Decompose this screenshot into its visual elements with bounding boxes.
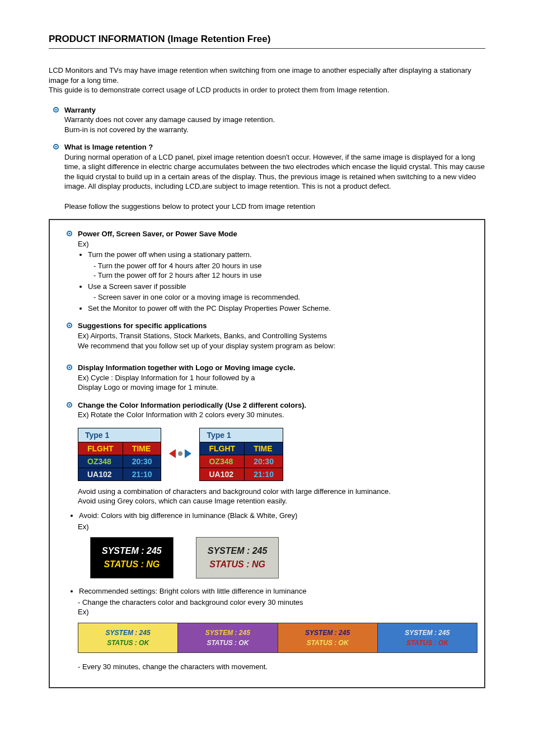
what-heading: What is Image retention ? [64, 143, 153, 151]
warranty-section: Warranty Warranty does not cover any dam… [49, 105, 485, 135]
table-cell: 20:30 [245, 455, 283, 468]
svg-point-3 [55, 146, 57, 148]
color-box-line-2: STATUS : OK [307, 639, 349, 647]
color-box-line-1: SYSTEM : 245 [205, 629, 250, 637]
power-sub-2a: - Screen saver in one color or a moving … [93, 292, 477, 302]
color-box-line-2: STATUS : OK [207, 639, 249, 647]
display-cycle-section: Display Information together with Logo o… [57, 363, 477, 393]
system-box-dark: SYSTEM : 245 STATUS : NG [90, 537, 174, 578]
recommended-ex: Ex) [78, 608, 89, 616]
color-box-line-1: SYSTEM : 245 [405, 629, 449, 637]
svg-point-9 [68, 367, 70, 368]
recommended-line-1: - Change the characters color and backgr… [78, 598, 303, 606]
color-box-3: SYSTEM : 245STATUS : OK [278, 623, 378, 652]
system-example-row: SYSTEM : 245 STATUS : NG SYSTEM : 245 ST… [90, 537, 477, 578]
suggestions-line-1: Ex) Airports, Transit Stations, Stock Ma… [78, 332, 327, 340]
power-heading: Power Off, Screen Saver, or Power Save M… [78, 230, 237, 238]
display-cycle-line-1: Ex) Cycle : Display Information for 1 ho… [78, 374, 255, 382]
svg-marker-12 [169, 449, 176, 458]
table-header: TIME [123, 442, 161, 455]
svg-point-5 [68, 233, 70, 235]
power-bullet-3: Set the Monitor to power off with the PC… [88, 304, 477, 314]
system-line-1: SYSTEM : 245 [208, 546, 268, 556]
example-table-a: Type 1 FLGHTTIME OZ34820:30 UA10221:10 [78, 428, 161, 481]
svg-point-1 [55, 109, 57, 110]
what-section: What is Image retention ? During normal … [49, 142, 485, 211]
change-color-section: Change the Color Information periodicall… [57, 400, 477, 420]
system-line-2: STATUS : NG [209, 559, 265, 569]
color-box-line-2: STATUS : OK [107, 639, 149, 647]
color-box-1: SYSTEM : 245STATUS : OK [78, 623, 178, 652]
table-cell: UA102 [200, 468, 245, 480]
svg-marker-14 [185, 449, 191, 458]
power-ex: Ex) [78, 240, 89, 248]
power-sub-1b: - Turn the power off for 2 hours after 1… [93, 270, 477, 281]
warranty-line-2: Burn-in is not covered by the warranty. [64, 125, 189, 134]
example-table-b: Type 1 FLGHTTIME OZ34820:30 UA10221:10 [199, 428, 283, 481]
warranty-line-1: Warranty does not cover any damage cause… [64, 115, 275, 124]
page-title: PRODUCT INFORMATION (Image Retention Fre… [49, 34, 485, 45]
svg-point-13 [178, 451, 182, 456]
intro-block: LCD Monitors and TVs may have image rete… [49, 66, 485, 95]
display-cycle-line-2: Display Logo or moving image for 1 minut… [78, 383, 218, 391]
change-color-heading: Change the Color Information periodicall… [78, 401, 306, 409]
bullet-icon [67, 323, 72, 328]
system-line-1: SYSTEM : 245 [102, 546, 162, 556]
power-bullet-2: Use a Screen saver if possible [88, 282, 477, 292]
svg-point-11 [68, 404, 70, 405]
divider [49, 48, 485, 49]
color-box-line-1: SYSTEM : 245 [106, 629, 151, 637]
intro-line-2: This guide is to demonstrate correct usa… [49, 86, 389, 94]
system-box-grey: SYSTEM : 245 STATUS : NG [196, 537, 279, 578]
suggestions-section: Suggestions for specific applications Ex… [57, 321, 477, 351]
system-line-2: STATUS : NG [104, 559, 160, 569]
bullet-icon [67, 402, 72, 408]
color-example-row: SYSTEM : 245STATUS : OK SYSTEM : 245STAT… [78, 623, 477, 653]
avoid-bullet: Avoid: Colors with big difference in lum… [79, 511, 477, 521]
framed-box: Power Off, Screen Saver, or Power Save M… [49, 219, 485, 688]
table-cell: 20:30 [123, 455, 161, 468]
bullet-icon [53, 107, 59, 113]
recommended-bullet: Recommended settings: Bright colors with… [79, 586, 477, 596]
bullet-icon [53, 144, 59, 150]
color-box-4: SYSTEM : 245STATUS : OK [378, 623, 477, 652]
table-header: FLGHT [200, 442, 245, 455]
avoid-ex: Ex) [78, 522, 89, 531]
table-header: FLGHT [78, 442, 123, 455]
example-tables: Type 1 FLGHTTIME OZ34820:30 UA10221:10 T… [78, 428, 477, 481]
color-box-line-1: SYSTEM : 245 [305, 629, 350, 637]
table-cell: UA102 [78, 468, 123, 480]
table-cell: OZ348 [200, 455, 245, 468]
intro-line-1: LCD Monitors and TVs may have image rete… [49, 66, 471, 85]
power-bullet-1: Turn the power off when using a stationa… [88, 250, 477, 260]
change-color-line-1: Ex) Rotate the Color Information with 2 … [78, 410, 284, 419]
what-paragraph: During normal operation of a LCD panel, … [64, 153, 485, 191]
what-follow: Please follow the suggestions below to p… [64, 202, 315, 211]
color-box-line-2: STATUS : OK [406, 639, 448, 647]
avoid-line-1: Avoid using a combination of characters … [78, 487, 391, 496]
svg-point-7 [68, 325, 70, 326]
suggestions-heading: Suggestions for specific applications [78, 321, 207, 330]
color-box-2: SYSTEM : 245STATUS : OK [178, 623, 278, 652]
power-sub-1a: - Turn the power off for 4 hours after 2… [93, 261, 477, 271]
last-note: - Every 30 minutes, change the character… [78, 662, 477, 672]
table-cell: 21:10 [123, 468, 161, 480]
bullet-icon [67, 231, 72, 236]
table-header: TIME [245, 442, 283, 455]
table-type-label: Type 1 [78, 428, 161, 442]
power-section: Power Off, Screen Saver, or Power Save M… [57, 229, 477, 313]
bullet-icon [67, 365, 72, 370]
warranty-heading: Warranty [64, 106, 96, 114]
suggestions-line-2: We recommend that you follow set up of y… [78, 342, 335, 350]
swap-arrows-icon [169, 447, 191, 462]
avoid-note: Avoid using a combination of characters … [78, 487, 477, 506]
table-cell: 21:10 [245, 468, 283, 480]
table-cell: OZ348 [78, 455, 123, 468]
avoid-line-2: Avoid using Grey colors, which can cause… [78, 497, 287, 505]
display-cycle-heading: Display Information together with Logo o… [78, 363, 296, 372]
table-type-label: Type 1 [200, 428, 283, 442]
